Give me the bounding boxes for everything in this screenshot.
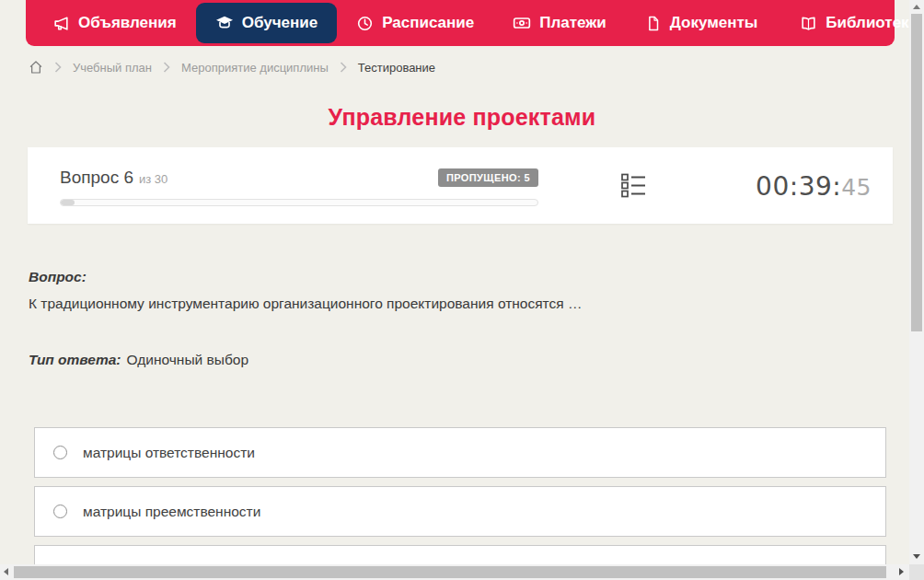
answer-option-label: матрицы ответственности — [83, 445, 255, 461]
question-text: К традиционному инструментарию организац… — [29, 295, 885, 313]
chevron-right-icon — [54, 62, 62, 73]
progress-bar-fill — [61, 200, 75, 205]
timer: 00:39:45 — [756, 171, 872, 202]
scroll-up-arrow-icon[interactable] — [913, 5, 920, 9]
question-list-icon[interactable] — [621, 173, 646, 203]
nav-item-library[interactable]: Библиотека — [780, 0, 924, 46]
nav-item-label: Обучение — [242, 14, 318, 32]
skipped-badge: ПРОПУЩЕНО: 5 — [438, 168, 538, 187]
open-book-icon — [800, 15, 817, 32]
progress-bar — [60, 199, 538, 206]
scroll-left-arrow-icon[interactable] — [4, 568, 8, 575]
breadcrumb: Учебный план Мероприятие дисциплины Тест… — [29, 56, 435, 78]
breadcrumb-item-testing: Тестирование — [358, 61, 435, 75]
chevron-right-icon — [340, 62, 347, 73]
timer-hours-minutes: 00:39: — [756, 171, 841, 202]
nav-item-learning[interactable]: Обучение — [196, 3, 337, 43]
scroll-down-arrow-icon[interactable] — [913, 554, 920, 559]
radio-button[interactable] — [53, 505, 67, 518]
question-number: Вопрос 6 — [60, 168, 133, 187]
nav-item-payments[interactable]: Платежи — [493, 0, 626, 46]
nav-item-label: Объявления — [78, 14, 177, 32]
nav-item-label: Расписание — [382, 14, 474, 32]
chevron-right-icon — [163, 62, 170, 73]
answer-type-value: Одиночный выбор — [127, 352, 249, 367]
graduation-cap-icon — [215, 14, 234, 32]
nav-item-label: Библиотека — [826, 14, 918, 32]
answer-type-label: Тип ответа: — [29, 352, 121, 367]
question-total: из 30 — [139, 172, 167, 186]
home-icon[interactable] — [29, 60, 43, 75]
horizontal-scrollbar[interactable] — [0, 564, 909, 580]
answer-option-label: матрицы преемственности — [83, 504, 260, 520]
question-progress-block: Вопрос 6из 30 ПРОПУЩЕНО: 5 — [60, 167, 538, 206]
nav-item-schedule[interactable]: Расписание — [337, 0, 493, 46]
nav-item-label: Платежи — [539, 14, 606, 32]
banknote-icon — [513, 14, 531, 32]
question-counter: Вопрос 6из 30 — [60, 168, 167, 188]
question-heading: Вопрос: — [29, 269, 885, 285]
nav-item-announcements[interactable]: Объявления — [33, 0, 196, 46]
clock-icon — [356, 15, 374, 32]
vertical-scrollbar-thumb[interactable] — [911, 14, 922, 331]
quiz-header-card: Вопрос 6из 30 ПРОПУЩЕНО: 5 00:39:45 — [28, 147, 893, 224]
answer-options: матрицы ответственности матрицы преемств… — [34, 427, 886, 580]
nav-item-label: Документы — [670, 14, 758, 32]
scrollbar-corner — [909, 564, 924, 580]
answer-option[interactable]: матрицы ответственности — [34, 427, 886, 478]
scroll-right-arrow-icon[interactable] — [899, 568, 904, 575]
page-title: Управление проектами — [0, 104, 924, 131]
radio-button[interactable] — [53, 446, 67, 459]
answer-type-row: Тип ответа:Одиночный выбор — [29, 352, 885, 368]
horizontal-scrollbar-thumb[interactable] — [14, 566, 886, 578]
nav-item-documents[interactable]: Документы — [626, 0, 778, 46]
main-navbar: Объявления Обучение Расписание Платежи Д… — [26, 0, 895, 46]
vertical-scrollbar[interactable] — [909, 0, 924, 564]
question-section: Вопрос: К традиционному инструментарию о… — [29, 269, 885, 368]
timer-seconds: 45 — [841, 174, 872, 201]
answer-option[interactable]: матрицы преемственности — [34, 486, 886, 537]
breadcrumb-item-discipline-event[interactable]: Мероприятие дисциплины — [181, 61, 329, 75]
breadcrumb-item-curriculum[interactable]: Учебный план — [73, 61, 152, 75]
document-icon — [645, 15, 662, 32]
megaphone-icon — [52, 15, 70, 32]
